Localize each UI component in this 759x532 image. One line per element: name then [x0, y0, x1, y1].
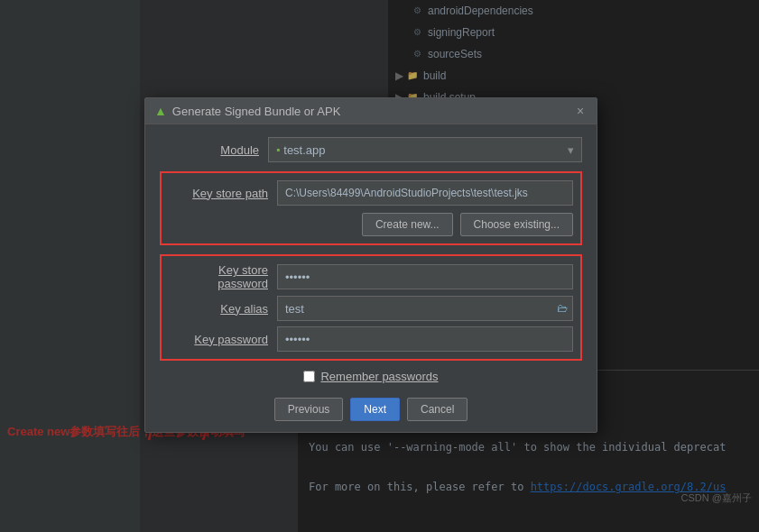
- key-alias-row: Key alias 🗁: [169, 296, 573, 321]
- dialog-footer: Previous Next Cancel: [160, 394, 582, 421]
- dialog-body: Module ▪ test.app Key store path Create …: [145, 124, 597, 432]
- key-password-label[interactable]: Key password: [169, 333, 277, 346]
- module-value: test.app: [283, 143, 325, 157]
- dialog-title-left: ▲ Generate Signed Bundle or APK: [154, 104, 340, 118]
- create-new-button[interactable]: Create new...: [362, 213, 453, 236]
- remember-passwords-label[interactable]: Remember passwords: [320, 370, 438, 383]
- keystore-path-row: Key store path: [169, 180, 573, 206]
- dialog-close-button[interactable]: ×: [573, 104, 588, 118]
- key-password-row: Key password: [169, 326, 573, 352]
- module-row: Module ▪ test.app: [160, 137, 582, 162]
- remember-passwords-checkbox[interactable]: [303, 371, 315, 382]
- key-password-input[interactable]: [277, 326, 573, 352]
- key-store-password-label[interactable]: Key store password: [169, 263, 277, 290]
- key-alias-label[interactable]: Key alias: [169, 302, 277, 316]
- remember-passwords-row: Remember passwords: [160, 370, 582, 383]
- credentials-section: Key store password Key alias 🗁 Key passw…: [160, 254, 582, 361]
- module-dropdown[interactable]: ▪ test.app: [268, 137, 582, 162]
- keystore-buttons: Create new... Choose existing...: [169, 213, 573, 236]
- choose-existing-button[interactable]: Choose existing...: [460, 213, 573, 236]
- dialog-titlebar: ▲ Generate Signed Bundle or APK ×: [145, 98, 597, 124]
- key-store-password-row: Key store password: [169, 263, 573, 290]
- key-store-password-input[interactable]: [277, 264, 573, 289]
- key-alias-input-wrapper: 🗁: [277, 296, 573, 321]
- keystore-path-section: Key store path Create new... Choose exis…: [160, 171, 582, 245]
- keystore-path-input[interactable]: [277, 180, 573, 206]
- key-alias-input[interactable]: [277, 296, 573, 321]
- android-icon: ▲: [154, 104, 167, 118]
- previous-button[interactable]: Previous: [274, 398, 344, 421]
- keystore-path-label[interactable]: Key store path: [169, 187, 277, 200]
- module-icon: ▪: [276, 143, 280, 156]
- alias-folder-icon[interactable]: 🗁: [557, 302, 568, 315]
- dialog-title: Generate Signed Bundle or APK: [172, 105, 340, 118]
- module-label[interactable]: Module: [160, 143, 268, 157]
- generate-signed-dialog: ▲ Generate Signed Bundle or APK × Module…: [144, 97, 597, 433]
- next-button[interactable]: Next: [350, 398, 400, 421]
- cancel-button[interactable]: Cancel: [407, 398, 467, 421]
